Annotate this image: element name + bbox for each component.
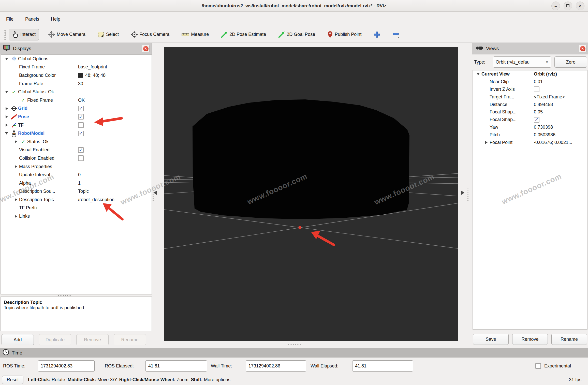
property-value[interactable]: -0.01676; 0.0021... [534,140,572,145]
tree-row-fixed-frame[interactable]: ✓Fixed FrameOK [1,96,152,105]
tree-row-distance[interactable]: Distance0.494458 [473,101,587,108]
tree-row-update-interval[interactable]: Update Interval0 [1,171,152,179]
tree-row-robotmodel[interactable]: RobotModel✓ [1,129,152,138]
expand-closed-icon[interactable] [12,140,19,143]
menu-item-panels[interactable]: Panels [24,16,41,23]
property-value[interactable]: 48; 48; 48 [85,73,106,78]
tree-row-status-ok[interactable]: ✓Status: Ok [1,138,152,146]
tree-row-target-fra-[interactable]: Target Fra...<Fixed Frame> [473,93,587,101]
bottom-splitter-handle[interactable] [287,344,301,345]
views-close-button[interactable]: ✕ [579,45,586,52]
property-checkbox[interactable]: ✓ [78,147,84,153]
collapse-right-icon[interactable] [461,191,464,195]
tree-row-near-clip-[interactable]: Near Clip ...0.01 [473,78,587,86]
tree-row-global-options[interactable]: ⚙Global Options [1,55,152,63]
rename-button[interactable]: Rename [551,334,587,345]
tree-row-links[interactable]: Links [1,212,152,220]
render-viewport[interactable] [164,47,458,341]
reset-button[interactable]: Reset [2,376,23,384]
experimental-checkbox[interactable] [535,363,541,369]
property-checkbox[interactable]: ✓ [78,114,84,120]
property-checkbox[interactable]: ✓ [534,117,539,123]
ros-time-input[interactable] [38,360,95,372]
close-icon[interactable]: ✕ [576,2,584,10]
expand-closed-icon[interactable] [12,198,19,201]
tool-remove-tool-icon[interactable] [389,28,403,41]
tree-row-pose[interactable]: Pose✓ [1,113,152,121]
property-value[interactable]: 0.0503986 [534,132,555,138]
property-checkbox[interactable] [534,86,539,92]
tree-row-collision-enabled[interactable]: Collision Enabled [1,154,152,162]
expand-open-icon[interactable] [3,132,10,135]
expand-closed-icon[interactable] [12,215,19,218]
tool-2d-pose-estimate[interactable]: 2D Pose Estimate [218,29,269,40]
toolbar-grip[interactable] [4,29,6,40]
tree-row-mass-properties[interactable]: Mass Properties [1,162,152,171]
expand-open-icon[interactable] [475,73,481,75]
property-checkbox[interactable] [78,122,84,128]
add-button[interactable]: Add [2,334,34,345]
tool-focus-camera[interactable]: Focus Camera [128,29,173,40]
property-value[interactable]: base_footprint [78,64,107,70]
tree-row-fixed-frame[interactable]: Fixed Framebase_footprint [1,63,152,71]
tree-row-focal-shap-[interactable]: Focal Shap...✓ [473,116,587,124]
property-value[interactable]: 0.01 [534,79,543,84]
maximize-icon[interactable] [564,2,572,10]
tree-row-description-sou-[interactable]: Description Sou...Topic [1,187,152,196]
tree-row-tf-prefix[interactable]: TF Prefix [1,204,152,212]
right-splitter-dots[interactable] [467,187,468,201]
tree-row-alpha[interactable]: Alpha1 [1,179,152,187]
menu-item-file[interactable]: File [5,16,15,23]
property-value[interactable]: 0.494458 [534,102,553,107]
ros-elapsed-input[interactable] [145,360,207,372]
tree-row-yaw[interactable]: Yaw0.730398 [473,124,587,131]
tree-row-focal-shap-[interactable]: Focal Shap...0.05 [473,108,587,116]
expand-closed-icon[interactable] [3,115,10,118]
expand-closed-icon[interactable] [3,107,10,110]
property-value[interactable]: 0.730398 [534,125,553,130]
tool-add-tool-icon[interactable] [370,29,384,40]
property-checkbox[interactable]: ✓ [78,131,84,136]
displays-close-button[interactable]: ✕ [142,45,150,52]
expand-closed-icon[interactable] [483,141,490,144]
tree-row-global-status-ok[interactable]: ✓Global Status: Ok [1,88,152,96]
tool-2d-goal-pose[interactable]: 2D Goal Pose [275,29,318,40]
property-value[interactable]: 0 [78,172,81,177]
zero-button[interactable]: Zero [554,56,587,68]
wall-elapsed-input[interactable] [352,360,413,372]
tool-select[interactable]: Select [94,29,122,40]
property-value[interactable]: OK [78,98,85,103]
tree-row-visual-enabled[interactable]: Visual Enabled✓ [1,146,152,154]
tree-row-pitch[interactable]: Pitch0.0503986 [473,131,587,139]
tool-publish-point[interactable]: Publish Point [324,29,365,40]
property-checkbox[interactable]: ✓ [78,106,84,111]
tree-row-focal-point[interactable]: Focal Point-0.01676; 0.0021... [473,139,587,146]
tree-row-description-topic[interactable]: Description Topic/robot_description [1,196,152,204]
expand-open-icon[interactable] [3,58,10,60]
property-value[interactable]: /robot_description [78,197,114,202]
displays-splitter-handle[interactable] [57,295,71,296]
property-value[interactable]: <Fixed Frame> [534,94,565,100]
remove-button[interactable]: Remove [512,334,548,345]
minimize-icon[interactable]: – [551,2,560,10]
tree-row-tf[interactable]: TF [1,121,152,129]
tool-move-camera[interactable]: Move Camera [45,29,89,40]
tree-row-current-view[interactable]: Current ViewOrbit (rviz) [473,70,587,78]
save-button[interactable]: Save [473,334,509,345]
view-type-dropdown[interactable]: Orbit (rviz_defau ▼ [493,56,551,68]
property-value[interactable]: 1 [78,181,81,186]
menu-item-help[interactable]: Help [49,16,62,23]
tree-row-background-color[interactable]: Background Color48; 48; 48 [1,71,152,80]
tree-row-invert-z-axis[interactable]: Invert Z Axis [473,86,587,93]
expand-open-icon[interactable] [3,91,10,93]
tool-measure[interactable]: Measure [178,29,212,39]
wall-time-input[interactable] [246,360,306,372]
tree-row-grid[interactable]: Grid✓ [1,105,152,113]
property-checkbox[interactable] [78,155,84,161]
expand-closed-icon[interactable] [3,124,10,127]
property-value[interactable]: 0.05 [534,109,543,115]
expand-closed-icon[interactable] [12,165,19,168]
tree-row-frame-rate[interactable]: Frame Rate30 [1,80,152,88]
property-value[interactable]: 30 [78,81,83,86]
property-value[interactable]: Orbit (rviz) [534,71,557,77]
